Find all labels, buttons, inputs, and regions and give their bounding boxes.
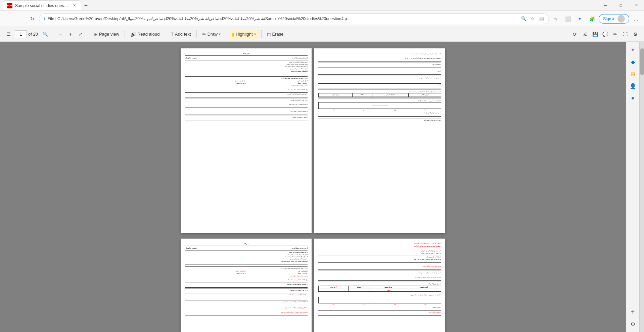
save-button[interactable]: 💾 <box>590 30 600 39</box>
diamond-sidebar-icon[interactable]: ◆ <box>628 56 638 67</box>
extensions-button[interactable]: 🧩 <box>587 13 597 24</box>
page-spread-2: بسم الله آزمون درس مطالعات نام و نام خان… <box>181 239 445 332</box>
reading-icon[interactable]: 📖 <box>538 15 545 22</box>
search-icon[interactable]: 🔍 <box>520 15 527 22</box>
pdf-viewer[interactable]: بسم الله آزمون درس مطالعات نام و نام خان… <box>0 42 626 332</box>
active-tab[interactable]: PDF Sample social studies question4 ✕ <box>3 0 81 10</box>
highlight-dropdown-icon: ▾ <box>254 32 256 36</box>
add-sidebar-icon[interactable]: + <box>628 306 638 317</box>
scrollbar-track[interactable] <box>639 42 644 332</box>
forward-button[interactable]: → <box>15 13 26 24</box>
collections-button[interactable]: ⬜ <box>562 13 573 24</box>
box-sidebar-icon[interactable]: ⊞ <box>628 69 638 79</box>
page-4-timeline: ←————————————→ <box>318 297 441 303</box>
read-aloud-button[interactable]: 🔊 Read aloud <box>128 29 163 39</box>
divider-3 <box>125 30 125 38</box>
erase-button[interactable]: ◻ Erase <box>264 29 286 39</box>
pdf-page-4: با توجه به تعاریف زیر، موارد خواسته شده … <box>314 239 445 332</box>
main-area: بسم الله آزمون درس مطالعات نام و نام خان… <box>0 42 644 332</box>
address-bar-icons: 🔍 ☆ 📖 <box>520 15 545 22</box>
page-view-button[interactable]: ⊞ Page view <box>91 29 122 39</box>
pdf-search-button[interactable]: 🔍 <box>41 30 50 39</box>
highlight-button[interactable]: ▮ Highlight ▾ <box>229 29 259 39</box>
pdf-right-tools: ⟳ 🖨 💾 💬 ✏ ⛶ ⚙ <box>570 30 640 39</box>
page-1-content: بسم الله آزمون درس مطالعات نام و نام خان… <box>181 48 312 233</box>
divider-2 <box>88 30 88 38</box>
pdf-navigation: ☰ of 20 🔍 <box>4 30 50 39</box>
copilot-button[interactable]: ✦ <box>574 13 585 24</box>
divider-4 <box>165 30 165 38</box>
close-button[interactable]: ✕ <box>629 0 644 11</box>
page-3-content: بسم الله آزمون درس مطالعات نام و نام خان… <box>181 239 312 332</box>
comment-button[interactable]: 💬 <box>600 30 610 39</box>
tab-close-button[interactable]: ✕ <box>72 3 77 8</box>
settings-button[interactable]: ⚙ <box>631 30 640 39</box>
draw-dropdown-icon: ▾ <box>219 32 221 36</box>
page-view-icon: ⊞ <box>94 32 98 37</box>
draw-icon: ✏ <box>202 32 206 37</box>
zoom-out-button[interactable]: − <box>56 30 65 39</box>
sign-in-button[interactable]: Sign in <box>599 14 629 24</box>
rotate-button[interactable]: ⟳ <box>570 30 580 39</box>
page-2-timeline: ←————————————→ <box>318 102 441 109</box>
titlebar-controls: ─ □ ✕ <box>598 0 644 11</box>
print-button[interactable]: 🖨 <box>580 30 590 39</box>
page-4-table: آزمون طبیعیسازمان عمومیمطالعهآزمون ویژه … <box>318 286 441 292</box>
new-tab-button[interactable]: + <box>81 1 91 10</box>
copilot-sidebar-icon[interactable]: ✦ <box>628 44 638 55</box>
scrollbar-thumb[interactable] <box>640 48 644 75</box>
tab-favicon: PDF <box>7 3 12 8</box>
minimize-button[interactable]: ─ <box>598 0 613 11</box>
page-3-header: بسم الله <box>185 243 308 246</box>
favorites-button[interactable]: ☆ <box>550 13 561 24</box>
settings-sidebar-icon[interactable]: ⚙ <box>628 319 638 329</box>
avatar <box>617 15 625 23</box>
erase-icon: ◻ <box>267 32 271 37</box>
right-sidebar: ✦ ◆ ⊞ 👤 ● + ⚙ <box>626 42 639 332</box>
more-button[interactable]: ... <box>631 13 641 24</box>
favorites-icon[interactable]: ☆ <box>529 15 536 22</box>
navbar: ← → ↻ ℹ File | C:/Users/Green%20rayan/De… <box>0 11 644 27</box>
address-bar[interactable]: ℹ File | C:/Users/Green%20rayan/Desktop/… <box>39 13 549 24</box>
divider-5 <box>196 30 197 38</box>
back-button[interactable]: ← <box>3 13 13 24</box>
add-text-icon: T <box>171 32 174 37</box>
page-count: of 20 <box>28 32 38 37</box>
pdf-page-2: الف) با توجه به تعاریف زیر، موارد خواسته… <box>314 48 445 233</box>
circle-sidebar-icon[interactable]: ● <box>628 93 638 103</box>
page-number-input[interactable] <box>15 30 27 38</box>
pdf-page-1: بسم الله آزمون درس مطالعات نام و نام خان… <box>181 48 312 233</box>
pdf-toolbar: ☰ of 20 🔍 − + ⤢ ⊞ Page view 🔊 Read aloud… <box>0 27 644 42</box>
read-aloud-icon: 🔊 <box>130 32 136 37</box>
titlebar: PDF Sample social studies question4 ✕ + … <box>0 0 644 11</box>
titlebar-left: PDF Sample social studies question4 ✕ + <box>0 0 91 10</box>
tab-area: PDF Sample social studies question4 ✕ + <box>0 0 91 10</box>
person-sidebar-icon[interactable]: 👤 <box>628 81 638 91</box>
zoom-in-button[interactable]: + <box>66 30 75 39</box>
fit-page-button[interactable]: ⤢ <box>76 30 85 39</box>
add-text-button[interactable]: T Add text <box>168 29 193 39</box>
page-2-table: آزمون طبیعیسازمان عمومیمطالعهآزمون عمومی <box>318 93 441 97</box>
toolbar-right: ☆ ⬜ ✦ 🧩 Sign in ... <box>550 13 641 24</box>
page-4-content: با توجه به تعاریف زیر، موارد خواسته شده … <box>314 239 445 332</box>
draw-button[interactable]: ✏ Draw ▾ <box>199 29 223 39</box>
highlight-icon: ▮ <box>232 32 234 37</box>
tab-title: Sample social studies question4 <box>15 3 69 8</box>
sidebar-toggle-button[interactable]: ☰ <box>4 30 13 39</box>
page-1-header: بسم الله <box>185 52 308 56</box>
maximize-button[interactable]: □ <box>613 0 629 11</box>
info-icon: ℹ <box>43 16 45 21</box>
divider-7 <box>261 30 262 38</box>
pdf-zoom-controls: − + ⤢ <box>56 30 85 39</box>
page-2-content: الف) با توجه به تعاریف زیر، موارد خواسته… <box>314 48 445 233</box>
page-spread-1: بسم الله آزمون درس مطالعات نام و نام خان… <box>181 48 445 233</box>
divider-1 <box>53 30 53 38</box>
fullscreen-button[interactable]: ⛶ <box>620 30 630 39</box>
address-text: File | C:/Users/Green%20rayan/Desktop/al… <box>48 16 518 21</box>
refresh-button[interactable]: ↻ <box>27 13 38 24</box>
pen-button[interactable]: ✏ <box>610 30 620 39</box>
pdf-page-3: بسم الله آزمون درس مطالعات نام و نام خان… <box>181 239 312 332</box>
divider-6 <box>226 30 226 38</box>
